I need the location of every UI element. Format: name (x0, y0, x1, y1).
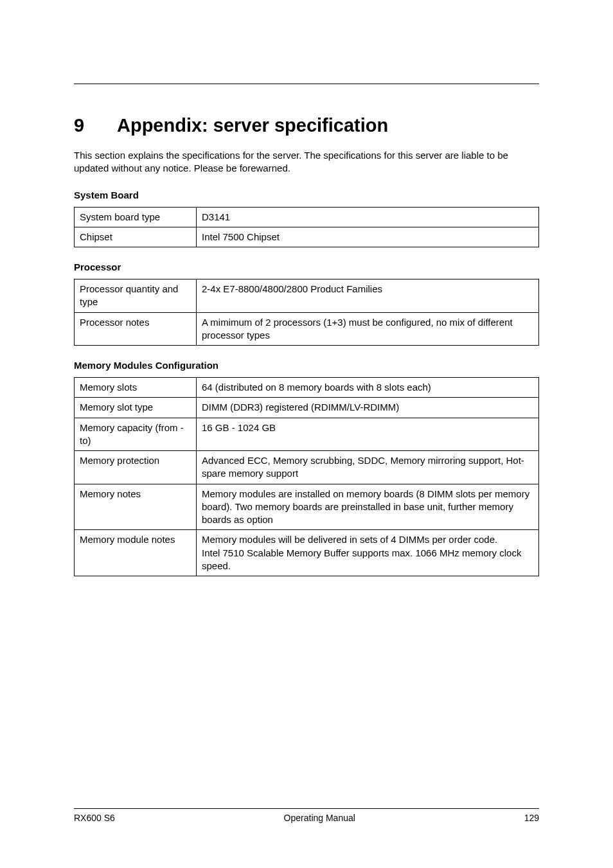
cell-label: Chipset (75, 227, 197, 247)
cell-label: Memory protection (75, 451, 197, 484)
table-row: System board type D3141 (75, 207, 539, 227)
cell-label: Memory slots (75, 378, 197, 398)
chapter-heading: 9 Appendix: server specification (74, 115, 539, 136)
cell-label: Memory capacity (from - to) (75, 418, 197, 451)
memory-heading: Memory Modules Configuration (74, 360, 539, 371)
cell-value: Intel 7500 Chipset (197, 227, 539, 247)
cell-label: Processor notes (75, 312, 197, 346)
cell-value: Advanced ECC, Memory scrubbing, SDDC, Me… (197, 451, 539, 484)
table-row: Memory protection Advanced ECC, Memory s… (75, 451, 539, 484)
processor-heading: Processor (74, 261, 539, 272)
chapter-title: Appendix: server specification (117, 115, 388, 136)
page-footer: RX600 S6 Operating Manual 129 (74, 808, 539, 823)
cell-value: Memory modules are installed on memory b… (197, 484, 539, 530)
system-board-heading: System Board (74, 190, 539, 200)
table-row: Memory notes Memory modules are installe… (75, 484, 539, 530)
cell-value: A mimimum of 2 processors (1+3) must be … (197, 312, 539, 346)
footer-row: RX600 S6 Operating Manual 129 (74, 813, 539, 823)
footer-center: Operating Manual (284, 813, 355, 823)
intro-paragraph: This section explains the specifications… (74, 149, 539, 175)
table-row: Memory slot type DIMM (DDR3) registered … (75, 398, 539, 418)
table-row: Memory capacity (from - to) 16 GB - 1024… (75, 418, 539, 451)
cell-label: System board type (75, 207, 197, 227)
cell-label: Memory notes (75, 484, 197, 530)
cell-label: Memory slot type (75, 398, 197, 418)
chapter-number: 9 (74, 115, 112, 136)
table-row: Memory module notes Memory modules will … (75, 530, 539, 576)
table-row: Memory slots 64 (distributed on 8 memory… (75, 378, 539, 398)
cell-value: D3141 (197, 207, 539, 227)
cell-value: 16 GB - 1024 GB (197, 418, 539, 451)
memory-table: Memory slots 64 (distributed on 8 memory… (74, 377, 539, 576)
cell-value: Memory modules will be delivered in sets… (197, 530, 539, 576)
footer-left: RX600 S6 (74, 813, 115, 823)
processor-table: Processor quantity and type 2-4x E7-8800… (74, 279, 539, 346)
cell-value: DIMM (DDR3) registered (RDIMM/LV-RDIMM) (197, 398, 539, 418)
top-rule (74, 84, 539, 84)
footer-rule (74, 808, 539, 809)
table-row: Chipset Intel 7500 Chipset (75, 227, 539, 247)
cell-label: Memory module notes (75, 530, 197, 576)
cell-label: Processor quantity and type (75, 279, 197, 313)
table-row: Processor quantity and type 2-4x E7-8800… (75, 279, 539, 313)
table-row: Processor notes A mimimum of 2 processor… (75, 312, 539, 346)
system-board-table: System board type D3141 Chipset Intel 75… (74, 207, 539, 248)
footer-right: 129 (524, 813, 539, 823)
cell-value: 2-4x E7-8800/4800/2800 Product Families (197, 279, 539, 313)
cell-value: 64 (distributed on 8 memory boards with … (197, 378, 539, 398)
